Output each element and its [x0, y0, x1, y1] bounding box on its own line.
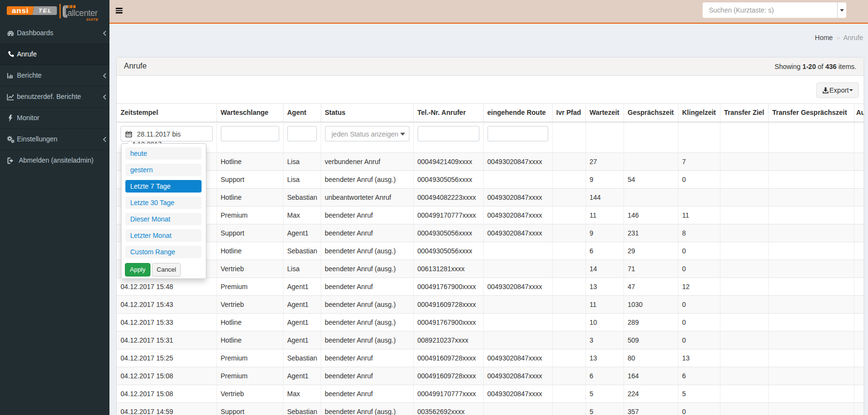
svg-text:TEL: TEL	[39, 8, 53, 14]
svg-text:SUITE: SUITE	[86, 17, 98, 22]
svg-text:ansi: ansi	[12, 7, 28, 14]
svg-text:allcenter: allcenter	[68, 8, 98, 18]
